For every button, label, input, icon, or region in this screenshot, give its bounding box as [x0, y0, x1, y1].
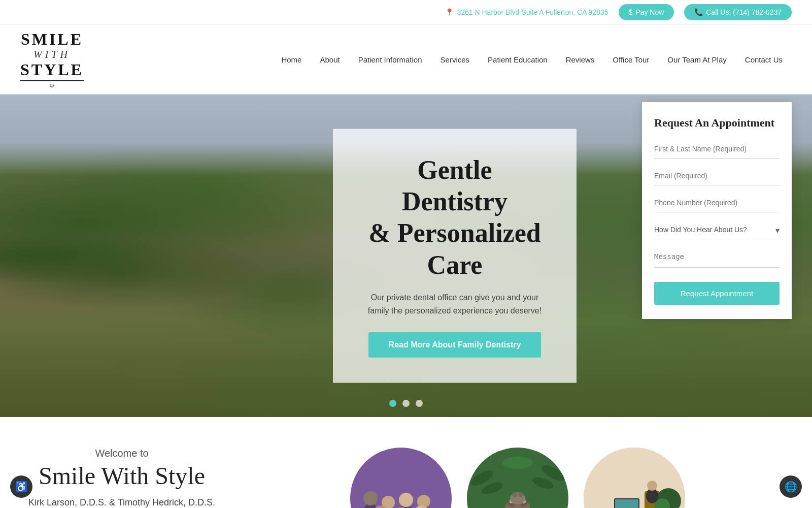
phone-input[interactable] — [654, 194, 780, 212]
dollar-icon: $ — [629, 8, 633, 16]
logo: SMILE WITH STYLE ☺ — [20, 25, 84, 94]
email-input[interactable] — [654, 167, 780, 185]
read-more-button[interactable]: Read More About Family Dentistry — [368, 332, 542, 358]
office-svg — [584, 448, 685, 508]
team-svg — [350, 448, 452, 508]
logo-line2: WITH — [33, 49, 71, 60]
svg-rect-36 — [615, 499, 638, 508]
doctors-text: Kirk Larson, D.D.S. & Timothy Hedrick, D… — [20, 497, 223, 508]
address-text: 3261 N Harbor Blvd Suite A Fullerton, CA… — [457, 8, 608, 16]
nav-item-patient-education[interactable]: Patient Education — [479, 41, 557, 78]
form-heading: Request An Appointment — [654, 116, 780, 130]
office-photo-circle — [584, 448, 685, 508]
nav-item-services[interactable]: Services — [431, 41, 479, 78]
logo-icon: ☺ — [49, 82, 55, 89]
submit-appointment-button[interactable]: Request Appointment — [654, 282, 780, 305]
phone-icon: 📞 — [694, 8, 703, 16]
name-input[interactable] — [654, 140, 780, 158]
hero-content-card: Gentle Dentistry& PersonalizedCare Our p… — [333, 129, 577, 383]
pay-btn-label: Pay Now — [635, 8, 664, 16]
welcome-sub: Welcome to — [20, 448, 223, 459]
svg-point-18 — [502, 457, 533, 469]
nav-item-home[interactable]: Home — [272, 41, 311, 78]
hear-select[interactable]: How Did You Hear About Us? Google Friend… — [654, 220, 780, 239]
svg-point-6 — [399, 493, 413, 507]
slide-dot-3[interactable] — [416, 400, 423, 407]
hero-subtitle: Our private dental office can give you a… — [363, 291, 546, 317]
nav-item-office-tour[interactable]: Office Tour — [603, 41, 658, 78]
team-photo-sim — [350, 448, 452, 508]
nav-item-reviews[interactable]: Reviews — [557, 41, 604, 78]
main-nav: Home About Patient Information Services … — [272, 41, 792, 78]
accessibility-button[interactable]: ♿ — [10, 475, 32, 498]
pay-now-button[interactable]: $ Pay Now — [619, 4, 674, 20]
svg-point-28 — [512, 492, 517, 497]
globe-translate-button[interactable]: 🌐 — [780, 475, 802, 498]
top-bar: 📍 3261 N Harbor Blvd Suite A Fullerton, … — [0, 0, 812, 25]
address: 📍 3261 N Harbor Blvd Suite A Fullerton, … — [445, 8, 608, 16]
header: SMILE WITH STYLE ☺ Home About Patient In… — [0, 25, 812, 94]
svg-point-2 — [363, 491, 378, 505]
appointment-form: Request An Appointment How Did You Hear … — [642, 102, 792, 319]
hero-section: Gentle Dentistry& PersonalizedCare Our p… — [0, 94, 812, 417]
call-btn-label: Call Us! (714) 782-0237 — [706, 8, 782, 16]
pin-icon: 📍 — [445, 8, 454, 16]
logo-wrapper: SMILE WITH STYLE ☺ — [20, 25, 84, 94]
hear-select-wrapper: How Did You Hear About Us? Google Friend… — [654, 220, 780, 247]
circle-images — [244, 448, 792, 508]
practice-name: Smile With Style — [20, 462, 223, 490]
welcome-text-block: Welcome to Smile With Style Kirk Larson,… — [20, 448, 223, 508]
message-textarea[interactable] — [654, 247, 780, 268]
team-photo-circle — [350, 448, 452, 508]
slide-dot-2[interactable] — [402, 400, 410, 407]
svg-point-29 — [518, 492, 523, 497]
nav-item-about[interactable]: About — [311, 41, 349, 78]
slide-dot-1[interactable] — [389, 400, 396, 407]
accessibility-icon: ♿ — [15, 481, 28, 493]
svg-point-43 — [647, 481, 657, 491]
slide-dots — [389, 400, 423, 407]
logo-line1: SMILE — [21, 30, 83, 49]
nav-item-our-team[interactable]: Our Team At Play — [658, 41, 735, 78]
welcome-section: Welcome to Smile With Style Kirk Larson,… — [0, 417, 812, 508]
hero-title: Gentle Dentistry& PersonalizedCare — [363, 154, 546, 281]
nav-item-contact-us[interactable]: Contact Us — [736, 41, 792, 78]
logo-line3: STYLE — [20, 60, 84, 79]
call-us-button[interactable]: 📞 Call Us! (714) 782-0237 — [684, 4, 792, 20]
statue-svg — [467, 448, 568, 508]
statue-photo-circle — [467, 448, 568, 508]
logo-underline — [20, 80, 84, 81]
nav-item-patient-information[interactable]: Patient Information — [349, 41, 431, 78]
globe-icon: 🌐 — [785, 481, 797, 493]
